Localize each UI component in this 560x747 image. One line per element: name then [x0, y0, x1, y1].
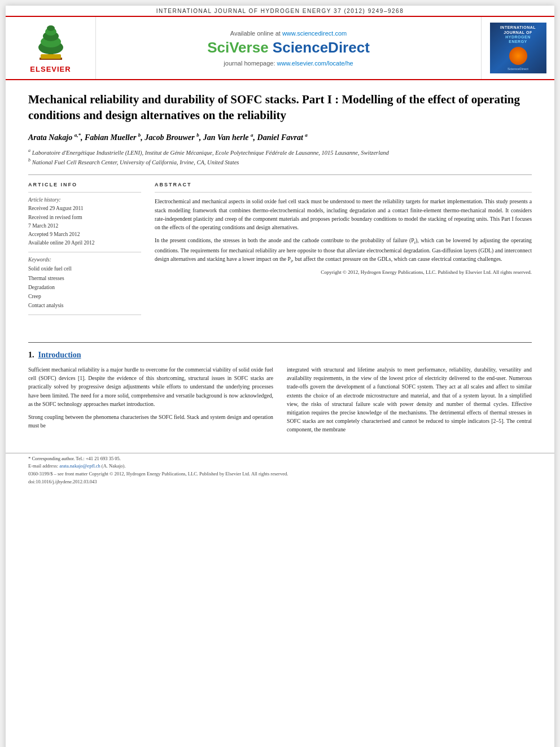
footer-area: * Corresponding author. Tel.: +41 21 693…: [6, 453, 554, 488]
section-number: 1.: [28, 351, 34, 359]
paper-title: Mechanical reliability and durability of…: [28, 91, 532, 124]
elsevier-tree-icon: [28, 23, 73, 62]
body-content: 1. Introduction Sufficient mechanical re…: [6, 331, 554, 449]
affiliation-b: b National Fuel Cell Research Center, Un…: [28, 157, 532, 167]
abstract-column: ABSTRACT Electrochemical and mechanical …: [155, 182, 532, 320]
introduction-heading: 1. Introduction: [28, 351, 532, 360]
main-content: Mechanical reliability and durability of…: [6, 80, 554, 331]
intro-para-1: Sufficient mechanical reliability is a m…: [28, 365, 273, 408]
page: INTERNATIONAL JOURNAL OF HYDROGEN ENERGY…: [6, 6, 554, 747]
article-info-label: ARTICLE INFO: [28, 182, 141, 187]
sciencedirect-section: Available online at www.sciencedirect.co…: [96, 17, 481, 79]
keywords-divider: [28, 252, 141, 252]
keywords-heading: Keywords:: [28, 257, 141, 263]
journal-cover-publisher: ScienceDirect: [508, 67, 528, 71]
journal-cover-section: InternationalJournal ofHYDROGENENERGY Sc…: [481, 17, 554, 79]
copyright-text: Copyright © 2012, Hydrogen Energy Public…: [155, 269, 532, 276]
affiliation-a: a Laboratoire d'Energétique Industrielle…: [28, 147, 532, 157]
article-info-bottom-divider: [28, 314, 141, 315]
journal-cover-graphic: [509, 47, 527, 65]
elsevier-label: ELSEVIER: [30, 65, 71, 73]
keyword-degradation: Degradation: [28, 283, 141, 292]
intro-para-3: integrated with structural and lifetime …: [287, 365, 532, 434]
article-history-heading: Article history:: [28, 197, 141, 203]
abstract-top-divider: [155, 192, 532, 193]
svg-rect-7: [41, 54, 61, 59]
introduction-body: Sufficient mechanical reliability is a m…: [28, 365, 532, 438]
journal-cover-title: InternationalJournal ofHYDROGENENERGY: [500, 25, 536, 45]
elsevier-logo-section: ELSEVIER: [6, 17, 96, 79]
article-dates: Received 29 August 2011 Received in revi…: [28, 204, 141, 247]
intro-right-col: integrated with structural and lifetime …: [287, 365, 532, 438]
article-info-abstract-section: ARTICLE INFO Article history: Received 2…: [28, 182, 532, 320]
footer-doi: doi:10.1016/j.ijhydene.2012.03.043: [28, 478, 532, 486]
journal-header-bar: INTERNATIONAL JOURNAL OF HYDROGEN ENERGY…: [6, 6, 554, 17]
keyword-thermal: Thermal stresses: [28, 274, 141, 283]
authors: Arata Nakajo a,*, Fabian Mueller b, Jaco…: [28, 132, 532, 143]
footer-email: E-mail address: arata.nakajo@epfl.ch (A.…: [28, 462, 532, 470]
header-area: ELSEVIER Available online at www.science…: [6, 17, 554, 80]
article-info-top-divider: [28, 192, 141, 193]
abstract-text: Electrochemical and mechanical aspects i…: [155, 197, 532, 276]
keyword-contact: Contact analysis: [28, 301, 141, 310]
sciencedirect-logo: SciVerse ScienceDirect: [207, 39, 370, 56]
journal-header-text: INTERNATIONAL JOURNAL OF HYDROGEN ENERGY…: [156, 8, 404, 14]
footer-issn: 0360-3199/$ – see front matter Copyright…: [28, 470, 532, 478]
corresponding-author: * Corresponding author. Tel.: +41 21 693…: [28, 456, 532, 461]
affiliations: a Laboratoire d'Energétique Industrielle…: [28, 147, 532, 167]
intro-para-2: Strong coupling between the phenomena ch…: [28, 413, 273, 430]
abstract-para-2: In the present conditions, the stresses …: [155, 236, 532, 264]
body-top-divider: [28, 342, 532, 343]
journal-homepage-text: journal homepage: www.elsevier.com/locat…: [224, 60, 353, 67]
article-info-column: ARTICLE INFO Article history: Received 2…: [28, 182, 141, 320]
keyword-creep: Creep: [28, 292, 141, 301]
abstract-para-1: Electrochemical and mechanical aspects i…: [155, 197, 532, 231]
author-email-link[interactable]: arata.nakajo@epfl.ch: [59, 463, 100, 469]
journal-cover-image: InternationalJournal ofHYDROGENENERGY Sc…: [490, 23, 546, 73]
keywords-group: Keywords: Solid oxide fuel cell Thermal …: [28, 257, 141, 310]
keyword-sofc: Solid oxide fuel cell: [28, 264, 141, 273]
header-divider: [28, 174, 532, 175]
introduction-title: Introduction: [38, 351, 81, 359]
svg-point-6: [47, 25, 55, 31]
sciencedirect-link[interactable]: www.sciencedirect.com: [282, 30, 347, 37]
corresponding-star: * Corresponding author. Tel.: +41 21 693…: [28, 456, 121, 461]
article-history-group: Article history: Received 29 August 2011…: [28, 197, 141, 247]
journal-homepage-link[interactable]: www.elsevier.com/locate/he: [277, 60, 353, 67]
abstract-label: ABSTRACT: [155, 182, 532, 187]
intro-left-col: Sufficient mechanical reliability is a m…: [28, 365, 273, 438]
available-online-text: Available online at www.sciencedirect.co…: [230, 30, 347, 37]
